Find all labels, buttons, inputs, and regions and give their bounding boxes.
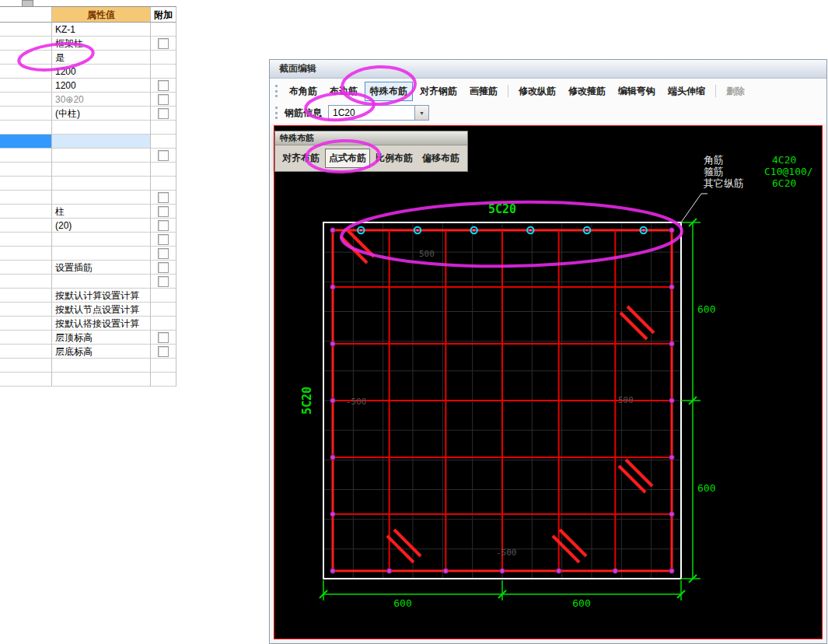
attach-checkbox[interactable] [158,80,169,91]
dialog-titlebar[interactable]: 截面编辑 [270,60,826,79]
row-value-cell[interactable] [52,247,151,261]
row-value-cell[interactable] [52,359,151,373]
chevron-down-icon: ▼ [419,110,424,116]
attach-checkbox[interactable] [158,346,169,357]
toolbar-button[interactable]: 布角筋 [284,82,323,101]
popup-button[interactable]: 点式布筋 [325,149,370,168]
legend-value-corner: 4C20 [772,154,796,166]
table-row[interactable]: 柱 [0,205,176,219]
table-row[interactable]: 是 [0,51,176,65]
table-row[interactable]: 1200 [0,65,176,79]
table-row[interactable]: 按默认搭接设置计算 [0,317,176,331]
row-value-cell[interactable]: 层顶标高 [52,331,151,345]
row-value-cell[interactable]: 按默认计算设置计算 [52,289,151,303]
rebar-info-combo[interactable]: 1C20 ▼ [328,105,429,121]
row-value-cell[interactable] [52,121,151,135]
section-drawing: 500-500500-500 5C20 5C20 角筋 4C20 箍筋 C10@… [274,126,823,639]
popup-button[interactable]: 比例布筋 [372,149,417,168]
row-name-cell [0,303,52,317]
cad-canvas[interactable]: 500-500500-500 5C20 5C20 角筋 4C20 箍筋 C10@… [274,125,823,639]
row-value-cell[interactable] [52,177,151,191]
row-value-cell[interactable]: (20) [52,219,151,233]
table-row[interactable] [0,191,176,205]
row-value-cell[interactable] [52,275,151,289]
table-row[interactable] [0,163,176,177]
new-rebar-point-center [360,229,362,231]
attach-checkbox[interactable] [158,192,169,203]
table-row[interactable] [0,247,176,261]
table-row[interactable] [0,135,176,149]
row-value-cell[interactable] [52,163,151,177]
table-row[interactable] [0,149,176,163]
table-row[interactable]: KZ-1 [0,23,176,37]
attach-checkbox[interactable] [158,206,169,217]
row-value-cell[interactable] [52,373,151,387]
dim-label-right-top: 600 [697,303,715,315]
attach-checkbox[interactable] [158,220,169,231]
row-value-cell[interactable]: 按默认节点设置计算 [52,303,151,317]
popup-button[interactable]: 对齐布筋 [278,149,323,168]
toolbar-button[interactable]: 编辑弯钩 [613,82,661,101]
combo-dropdown-button[interactable]: ▼ [414,106,428,120]
table-row[interactable] [0,275,176,289]
table-row[interactable] [0,359,176,373]
attach-checkbox[interactable] [158,150,169,161]
attach-checkbox[interactable] [158,234,169,245]
row-value-cell[interactable]: 层底标高 [52,345,151,359]
toolbar-button[interactable]: 修改纵筋 [513,82,561,101]
row-value-cell[interactable]: KZ-1 [52,23,151,37]
legend-value-stirrup: C10@100/ [764,166,813,177]
toolbar-button[interactable]: 端头伸缩 [662,82,711,101]
table-row[interactable]: 1200 [0,79,176,93]
table-row[interactable]: 按默认计算设置计算 [0,289,176,303]
row-value-cell[interactable] [52,135,151,149]
table-row[interactable]: 框架柱 [0,37,176,51]
toolbar-button[interactable]: 特殊布筋 [365,82,413,101]
toolbar-button[interactable]: 布边筋 [324,82,363,101]
table-row[interactable]: 30⊕20 [0,93,176,107]
combo-value: 1C20 [329,107,414,118]
row-value-cell[interactable]: (中柱) [52,107,151,121]
table-row[interactable]: (中柱) [0,107,176,121]
row-value-cell[interactable]: 框架柱 [52,37,151,51]
row-extra-cell [151,51,176,65]
table-row[interactable] [0,121,176,135]
row-value-cell[interactable] [52,149,151,163]
toolbar-button[interactable]: 对齐钢筋 [414,82,463,101]
attach-checkbox[interactable] [158,248,169,259]
row-value-cell[interactable]: 30⊕20 [52,93,151,107]
table-row[interactable]: (20) [0,219,176,233]
toolbar-button[interactable]: 画箍筋 [464,82,503,101]
popup-button[interactable]: 偏移布筋 [418,149,463,168]
table-row[interactable]: 层顶标高 [0,331,176,345]
attach-checkbox[interactable] [158,108,169,119]
table-row[interactable] [0,177,176,191]
row-name-cell [0,205,52,219]
table-row[interactable]: 按默认节点设置计算 [0,303,176,317]
toolbar-button[interactable]: 修改箍筋 [563,82,611,101]
table-row[interactable] [0,373,176,387]
toolbar-button[interactable]: 删除 [721,82,750,101]
rebar-point [330,455,335,460]
top-rebar-label: 5C20 [488,202,516,216]
attach-checkbox[interactable] [158,276,169,287]
rebar-point [330,228,335,233]
row-value-cell[interactable]: 柱 [52,205,151,219]
table-row[interactable] [0,233,176,247]
section-toolbar: 布角筋布边筋特殊布筋对齐钢筋画箍筋修改纵筋修改箍筋编辑弯钩端头伸缩删除 [283,82,751,101]
row-name-cell [0,233,52,247]
table-row[interactable]: 层底标高 [0,345,176,359]
attach-checkbox[interactable] [158,94,169,105]
row-value-cell[interactable]: 1200 [52,65,151,79]
table-row[interactable]: 设置插筋 [0,261,176,275]
row-value-cell[interactable]: 是 [52,51,151,65]
attach-checkbox[interactable] [158,38,169,49]
attach-checkbox[interactable] [158,262,169,273]
row-value-cell[interactable] [52,191,151,205]
row-value-cell[interactable]: 按默认搭接设置计算 [52,317,151,331]
popup-titlebar[interactable]: 特殊布筋 [275,131,467,145]
row-value-cell[interactable] [52,233,151,247]
attach-checkbox[interactable] [158,332,169,343]
row-value-cell[interactable]: 设置插筋 [52,261,151,275]
row-value-cell[interactable]: 1200 [52,79,151,93]
